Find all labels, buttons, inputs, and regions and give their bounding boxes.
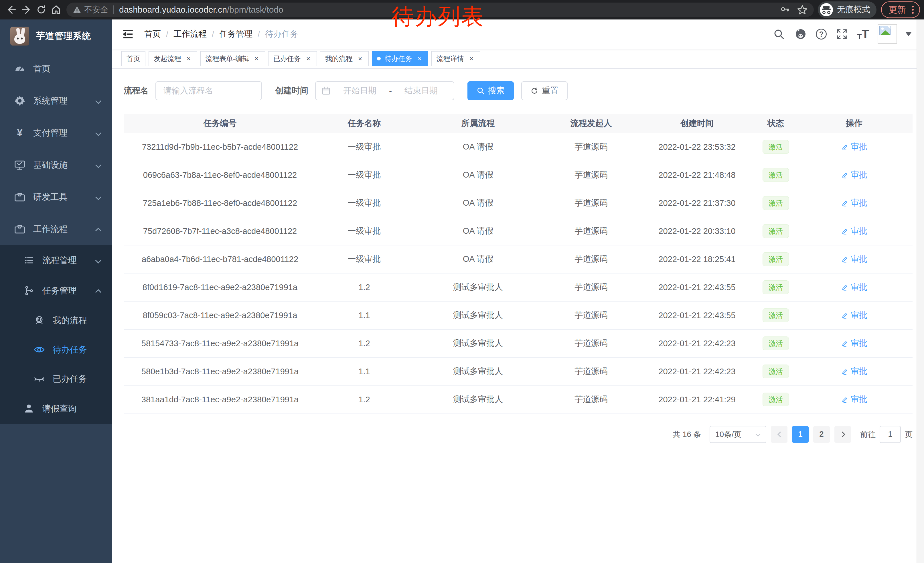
- start-date-placeholder[interactable]: 开始日期: [333, 85, 387, 96]
- sidebar-collapse-icon[interactable]: [122, 27, 135, 41]
- page-button-2[interactable]: 2: [813, 426, 830, 443]
- sidebar-item-label: 首页: [33, 63, 102, 75]
- approve-link[interactable]: 审批: [841, 169, 867, 181]
- close-icon[interactable]: ×: [357, 55, 363, 62]
- breadcrumb-workflow[interactable]: 工作流程: [174, 29, 207, 40]
- next-page-button[interactable]: [834, 426, 851, 443]
- breadcrumb-task-mgmt[interactable]: 任务管理: [219, 29, 252, 40]
- table-row: 58154733-7ac8-11ec-a9e2-a2380e71991a 1.2…: [124, 329, 912, 357]
- page-size-select[interactable]: 10条/页: [710, 426, 766, 443]
- close-icon[interactable]: ×: [253, 55, 260, 62]
- github-icon[interactable]: [794, 27, 807, 41]
- sidebar-item-todo-tasks[interactable]: 待办任务: [0, 335, 112, 364]
- reset-button[interactable]: 重置: [521, 81, 568, 100]
- sidebar-item-system[interactable]: 系统管理: [0, 85, 112, 117]
- chevron-right-icon: [840, 432, 845, 437]
- back-icon[interactable]: [4, 2, 19, 17]
- prev-page-button[interactable]: [771, 426, 788, 443]
- goto-page-input[interactable]: 1: [880, 426, 901, 443]
- approve-link[interactable]: 审批: [841, 197, 867, 209]
- forward-icon[interactable]: [19, 2, 34, 17]
- browser-menu-icon[interactable]: [910, 5, 916, 15]
- sidebar-item-task-mgmt[interactable]: 任务管理: [0, 275, 112, 306]
- tab-my-process[interactable]: 我的流程×: [320, 51, 369, 66]
- table-row: a6aba0a4-7b6d-11ec-b781-acde48001122 一级审…: [124, 245, 912, 273]
- process-name-placeholder: 请输入流程名: [164, 85, 213, 96]
- search-icon: [477, 87, 484, 95]
- tab-todo-tasks[interactable]: 待办任务×: [372, 51, 428, 66]
- goto-label: 前往: [860, 429, 876, 440]
- sidebar-item-label: 系统管理: [33, 95, 96, 107]
- approve-link[interactable]: 审批: [841, 254, 867, 265]
- user-menu-caret-icon[interactable]: [906, 32, 911, 36]
- divider: [113, 6, 114, 14]
- end-date-placeholder[interactable]: 结束日期: [394, 85, 448, 96]
- approve-link[interactable]: 审批: [841, 281, 867, 293]
- date-range-picker[interactable]: 开始日期 - 结束日期: [315, 81, 454, 100]
- home-icon[interactable]: [49, 2, 63, 17]
- approve-link[interactable]: 审批: [841, 338, 867, 349]
- close-icon[interactable]: ×: [468, 55, 475, 62]
- tab-home[interactable]: 首页: [122, 51, 146, 66]
- chevron-up-icon: [96, 288, 102, 294]
- tab-start-process[interactable]: 发起流程×: [148, 51, 197, 66]
- chevron-down-icon: [96, 98, 102, 104]
- sidebar-item-home[interactable]: 首页: [0, 53, 112, 85]
- password-key-icon[interactable]: [780, 5, 790, 15]
- table-row: 580e1b3d-7ac8-11ec-a9e2-a2380e71991a 1.1…: [124, 357, 912, 386]
- font-size-icon[interactable]: TT: [857, 28, 869, 40]
- breadcrumb-current: 待办任务: [265, 29, 298, 40]
- tab-process-detail[interactable]: 流程详情×: [431, 51, 480, 66]
- page-button-1[interactable]: 1: [792, 426, 808, 443]
- sidebar-item-payment[interactable]: ¥ 支付管理: [0, 117, 112, 149]
- filter-bar: 流程名 请输入流程名 创建时间 开始日期 - 结束日期: [124, 81, 912, 100]
- update-label[interactable]: 更新: [888, 4, 906, 16]
- logo-rabbit-image: [10, 27, 29, 45]
- monitor-icon: [14, 159, 26, 171]
- reload-icon[interactable]: [34, 2, 49, 17]
- approve-link[interactable]: 审批: [841, 225, 867, 237]
- tab-process-form-edit[interactable]: 流程表单-编辑×: [200, 51, 265, 66]
- eye-closed-icon: [33, 374, 45, 384]
- sidebar-item-devtools[interactable]: 研发工具: [0, 181, 112, 213]
- sidebar-item-workflow[interactable]: 工作流程: [0, 213, 112, 245]
- table-row: 069c6a63-7b8a-11ec-8ef0-acde48001122 一级审…: [124, 161, 912, 189]
- sidebar-item-my-process[interactable]: 我的流程: [0, 306, 112, 335]
- approve-link[interactable]: 审批: [841, 141, 867, 153]
- approve-link[interactable]: 审批: [841, 309, 867, 321]
- status-badge: 激活: [762, 365, 789, 378]
- bookmark-star-icon[interactable]: [797, 5, 807, 15]
- sidebar-item-infrastructure[interactable]: 基础设施: [0, 149, 112, 181]
- sidebar-item-process-mgmt[interactable]: 流程管理: [0, 245, 112, 275]
- chevron-down-icon: [96, 194, 102, 200]
- search-icon[interactable]: [772, 27, 786, 41]
- help-icon[interactable]: ?: [816, 29, 826, 39]
- browser-update-button[interactable]: 更新: [881, 2, 920, 18]
- status-badge: 激活: [762, 196, 789, 210]
- breadcrumb-home[interactable]: 首页: [144, 29, 161, 40]
- total-count: 共 16 条: [673, 429, 701, 440]
- approve-link[interactable]: 审批: [841, 366, 867, 377]
- tags-view-bar: 首页 发起流程× 流程表单-编辑× 已办任务× 我的流程× 待办任务× 流程详情…: [112, 49, 924, 69]
- sidebar-item-label: 研发工具: [33, 191, 96, 203]
- process-name-label: 流程名: [124, 85, 148, 96]
- close-icon[interactable]: ×: [416, 55, 423, 62]
- security-label[interactable]: 不安全: [84, 4, 108, 15]
- sidebar-item-leave-query[interactable]: 请假查询: [0, 393, 112, 424]
- chevron-down-icon: [96, 257, 102, 263]
- fullscreen-icon[interactable]: [835, 27, 848, 41]
- col-process: 所属流程: [412, 114, 544, 133]
- sidebar-item-done-tasks[interactable]: 已办任务: [0, 364, 112, 393]
- close-icon[interactable]: ×: [305, 55, 312, 62]
- avatar[interactable]: [878, 24, 897, 44]
- scrollbar[interactable]: [916, 20, 924, 563]
- incognito-badge: 无痕模式: [818, 2, 876, 18]
- search-button[interactable]: 搜索: [468, 81, 514, 100]
- sidebar-item-label: 流程管理: [42, 255, 96, 266]
- sidebar-item-label: 支付管理: [33, 127, 96, 139]
- process-name-input[interactable]: 请输入流程名: [155, 81, 262, 100]
- close-icon[interactable]: ×: [185, 55, 192, 62]
- tab-done-tasks[interactable]: 已办任务×: [268, 51, 317, 66]
- pagination: 共 16 条 10条/页 1 2 前往 1 页: [124, 426, 912, 460]
- approve-link[interactable]: 审批: [841, 394, 867, 405]
